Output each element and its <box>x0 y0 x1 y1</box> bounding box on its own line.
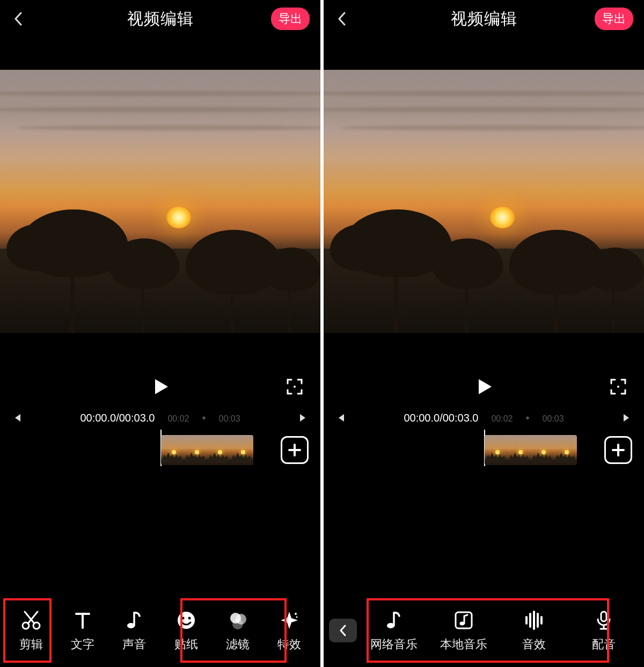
clip-track[interactable] <box>0 431 320 474</box>
plus-icon <box>611 443 626 458</box>
clip-track[interactable] <box>324 431 644 474</box>
text-icon <box>72 610 93 631</box>
video-preview[interactable] <box>324 70 644 333</box>
phone-right: 视频编辑 导出 <box>324 0 644 667</box>
tool-bar: 剪辑 文字 声音 贴纸 滤镜 特效 <box>0 599 320 667</box>
tool-label: 本地音乐 <box>440 636 487 653</box>
chevron-left-icon <box>338 12 346 26</box>
seek-end-button[interactable] <box>297 411 310 424</box>
clip-thumbnail <box>531 435 554 465</box>
music-note-icon <box>123 610 145 631</box>
seek-start-button[interactable] <box>11 411 24 424</box>
chevron-left-icon <box>339 624 347 637</box>
top-bar: 视频编辑 导出 <box>0 0 320 38</box>
clip-thumbnail <box>230 435 253 465</box>
clip-thumbnails[interactable] <box>485 435 577 465</box>
skip-end-icon <box>298 413 308 423</box>
time-total: 00:03.0 <box>443 412 479 424</box>
tool-label: 贴纸 <box>174 636 198 653</box>
timeline-readout: 00:00.0/00:03.0 00:02 • 00:03 <box>324 408 644 427</box>
tool-online-music[interactable]: 网络音乐 <box>359 608 429 653</box>
svg-point-11 <box>296 617 297 618</box>
phone-left: 视频编辑 导出 <box>0 0 320 667</box>
svg-point-0 <box>294 386 296 388</box>
play-button[interactable] <box>148 374 173 399</box>
fullscreen-icon <box>287 379 303 395</box>
svg-point-5 <box>181 617 184 620</box>
overlap-circles-icon <box>227 610 248 631</box>
export-button[interactable]: 导出 <box>271 8 310 30</box>
play-icon <box>474 377 494 396</box>
svg-point-4 <box>178 612 195 629</box>
tool-label: 音效 <box>522 636 546 653</box>
tool-effect[interactable]: 特效 <box>264 608 315 653</box>
fullscreen-button[interactable] <box>608 376 629 397</box>
fullscreen-button[interactable] <box>284 376 305 397</box>
svg-point-6 <box>188 617 191 620</box>
microphone-icon <box>593 610 614 631</box>
scissors-icon <box>20 610 42 631</box>
clip-thumbnails[interactable] <box>161 435 253 465</box>
playback-controls <box>324 365 644 408</box>
tool-edit[interactable]: 剪辑 <box>5 608 57 653</box>
time-current: 00:00.0 <box>404 412 440 424</box>
tool-label: 声音 <box>122 636 146 653</box>
waveform-icon <box>523 610 545 631</box>
toolbar-back-button[interactable] <box>329 619 357 642</box>
time-tick: 00:02 <box>491 414 513 424</box>
smiley-icon <box>175 610 197 631</box>
play-icon <box>151 377 170 396</box>
music-note-icon <box>383 610 405 631</box>
tool-label: 剪辑 <box>19 636 43 653</box>
top-bar: 视频编辑 导出 <box>324 0 644 38</box>
preview-image <box>0 70 320 333</box>
timeline-readout: 00:00.0/00:03.0 00:02 • 00:03 <box>0 408 320 427</box>
time-current: 00:00.0 <box>80 412 116 424</box>
time-tick: 00:03 <box>543 414 564 424</box>
skip-end-icon <box>622 413 632 423</box>
tool-label: 网络音乐 <box>370 636 418 653</box>
tool-local-music[interactable]: 本地音乐 <box>429 608 499 653</box>
tool-label: 特效 <box>277 636 301 653</box>
tool-label: 文字 <box>71 636 94 653</box>
add-clip-button[interactable] <box>604 436 632 464</box>
video-preview[interactable] <box>0 70 320 333</box>
fullscreen-icon <box>610 379 626 395</box>
back-button[interactable] <box>11 11 26 26</box>
plus-icon <box>287 443 302 458</box>
chevron-left-icon <box>14 12 23 26</box>
clip-thumbnail <box>508 435 531 465</box>
back-button[interactable] <box>334 11 349 26</box>
time-tick: 00:02 <box>167 414 189 424</box>
export-button[interactable]: 导出 <box>595 8 633 30</box>
seek-end-button[interactable] <box>620 411 633 424</box>
svg-rect-16 <box>601 612 606 621</box>
time-tick: 00:03 <box>219 414 240 424</box>
seek-start-button[interactable] <box>334 411 347 424</box>
tool-filter[interactable]: 滤镜 <box>212 608 264 653</box>
svg-point-10 <box>295 613 297 615</box>
play-button[interactable] <box>472 374 496 399</box>
tool-text[interactable]: 文字 <box>57 608 108 653</box>
tool-voiceover[interactable]: 配音 <box>569 608 639 653</box>
clip-thumbnail <box>554 435 577 465</box>
add-clip-button[interactable] <box>281 436 309 464</box>
music-frame-icon <box>453 610 474 631</box>
playback-controls <box>0 365 320 408</box>
clip-thumbnail <box>184 435 207 465</box>
skip-start-icon <box>336 413 346 423</box>
clip-thumbnail <box>207 435 230 465</box>
tool-sound[interactable]: 声音 <box>108 608 160 653</box>
skip-start-icon <box>12 413 22 423</box>
tool-sfx[interactable]: 音效 <box>499 608 569 653</box>
preview-image <box>324 70 644 333</box>
tool-label: 配音 <box>592 636 616 653</box>
clip-thumbnail <box>485 435 508 465</box>
magic-wand-icon <box>279 610 300 631</box>
svg-point-12 <box>617 386 619 388</box>
tool-bar-sound: 网络音乐 本地音乐 音效 配音 <box>324 599 644 667</box>
clip-thumbnail <box>161 435 184 465</box>
svg-point-9 <box>232 619 243 629</box>
tool-label: 滤镜 <box>226 636 250 653</box>
tool-sticker[interactable]: 贴纸 <box>160 608 212 653</box>
